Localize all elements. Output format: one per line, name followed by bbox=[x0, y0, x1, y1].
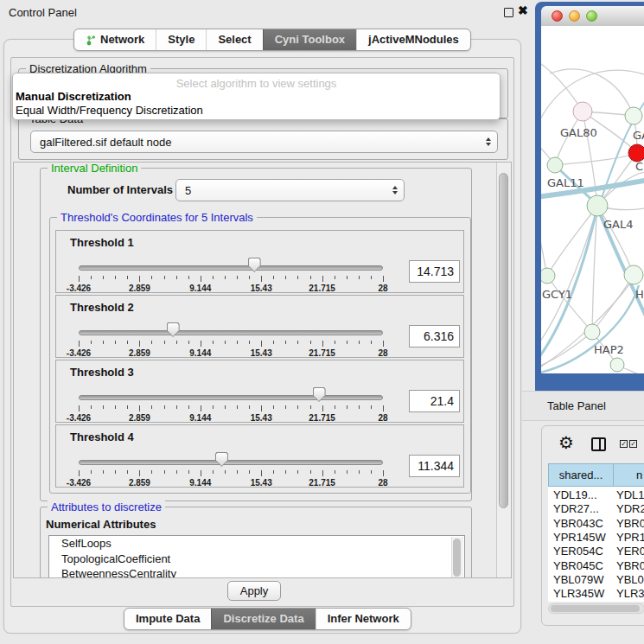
slider-track[interactable] bbox=[79, 460, 383, 465]
threshold-value-field[interactable]: 6.316 bbox=[409, 325, 460, 348]
table-row[interactable]: YIL052CYIL0 bbox=[548, 601, 644, 602]
major-tick bbox=[383, 470, 384, 476]
threshold-value-field[interactable]: 14.713 bbox=[409, 260, 460, 283]
attributes-list[interactable]: SelfLoopsTopologicalCoefficientBetweenne… bbox=[48, 535, 465, 578]
attribute-item[interactable]: BetweennessCentrality bbox=[49, 566, 464, 578]
tick-label: 21.715 bbox=[301, 478, 344, 488]
minor-tick bbox=[297, 341, 298, 344]
threshold-value-field[interactable]: 21.4 bbox=[409, 390, 460, 412]
h-node[interactable] bbox=[624, 265, 643, 284]
column-header-name[interactable]: n bbox=[613, 463, 644, 487]
network-icon bbox=[86, 35, 96, 46]
settings-vertical-scrollbar[interactable] bbox=[496, 163, 511, 577]
slider-track[interactable] bbox=[79, 265, 383, 271]
close-traffic-light[interactable] bbox=[552, 10, 563, 22]
table-data-combobox[interactable]: galFiltered.sif default node bbox=[30, 131, 498, 153]
number-of-intervals-combobox[interactable]: 5 bbox=[175, 179, 405, 201]
minor-tick bbox=[103, 341, 104, 344]
red-node[interactable] bbox=[628, 144, 644, 162]
close-icon[interactable]: ✖ bbox=[518, 3, 528, 17]
table-row[interactable]: YDL19...YDL1 bbox=[548, 488, 644, 502]
algorithm-option[interactable]: Equal Width/Frequency Discretization bbox=[16, 104, 203, 117]
threshold-value-field[interactable]: 11.344 bbox=[409, 455, 460, 477]
minor-tick bbox=[371, 341, 372, 344]
table-cell: YLR345W bbox=[553, 587, 604, 600]
minor-tick bbox=[225, 405, 226, 409]
table-data-value: galFiltered.sif default node bbox=[40, 136, 171, 149]
minor-tick bbox=[335, 276, 335, 279]
table-row[interactable]: YBR045CYBR0 bbox=[548, 559, 644, 573]
minor-tick bbox=[335, 341, 335, 344]
gcy1-node[interactable] bbox=[541, 268, 555, 284]
tab-impute-data[interactable]: Impute Data bbox=[124, 609, 211, 629]
tab-style[interactable]: Style bbox=[156, 29, 206, 50]
float-window-icon[interactable] bbox=[504, 8, 513, 17]
slider-thumb[interactable] bbox=[313, 387, 326, 402]
node-attribute-table[interactable]: shared...nYDL19...YDL1YDR27...YDR2YBR043… bbox=[548, 463, 644, 602]
settings-scroll-region: Interval Definition Number of Intervals … bbox=[13, 162, 512, 578]
table-cell: YIL0 bbox=[616, 601, 640, 602]
table-cell: YBR0 bbox=[616, 517, 644, 530]
table-row[interactable]: YBR043CYBR0 bbox=[548, 517, 644, 531]
minor-tick bbox=[176, 341, 177, 344]
minimize-traffic-light[interactable] bbox=[569, 10, 580, 22]
gal11-node[interactable] bbox=[547, 157, 563, 173]
interval-definition-group: Interval Definition Number of Intervals … bbox=[40, 168, 472, 501]
minor-tick bbox=[249, 341, 250, 344]
tab-label: Network bbox=[100, 29, 144, 50]
bottom-node[interactable] bbox=[610, 358, 624, 372]
slider-track[interactable] bbox=[79, 395, 383, 400]
slider-track[interactable] bbox=[79, 330, 383, 335]
network-edge[interactable] bbox=[592, 275, 634, 332]
tab-cyni-toolbox[interactable]: Cyni Toolbox bbox=[263, 29, 356, 50]
column-layout-icon[interactable] bbox=[591, 437, 606, 451]
column-header-shared-name[interactable]: shared... bbox=[548, 463, 614, 487]
table-row[interactable]: YER054CYER0 bbox=[548, 545, 644, 558]
major-tick bbox=[383, 405, 384, 411]
tab-discretize-data[interactable]: Discretize Data bbox=[211, 609, 315, 629]
slider-thumb[interactable] bbox=[215, 452, 228, 467]
attribute-item[interactable]: TopologicalCoefficient bbox=[49, 552, 464, 567]
node-label: H bbox=[635, 288, 644, 301]
combo-arrows-icon bbox=[486, 137, 491, 146]
tick-label: 9.144 bbox=[179, 284, 222, 293]
attributes-list-scrollbar[interactable] bbox=[451, 537, 463, 578]
checkbox-icon[interactable]: ✓ bbox=[620, 440, 628, 448]
gal4-node[interactable] bbox=[587, 195, 608, 216]
table-row[interactable]: YLR345WYLR3 bbox=[548, 587, 644, 601]
algorithm-option[interactable]: Manual Discretization bbox=[16, 90, 131, 103]
network-edge[interactable] bbox=[555, 153, 637, 165]
network-window-titlebar[interactable] bbox=[541, 6, 644, 27]
attributes-group: Attributes to discretize Numerical Attri… bbox=[40, 507, 472, 578]
tab-network[interactable]: Network bbox=[74, 29, 156, 50]
table-horizontal-scrollbar[interactable] bbox=[548, 603, 644, 614]
table-row[interactable]: YPR145WYPR1 bbox=[548, 531, 644, 545]
tab-infer-network[interactable]: Infer Network bbox=[316, 609, 411, 629]
tick-label: 2.859 bbox=[118, 413, 161, 423]
tab-jactivemnodules[interactable]: jActiveMNodules bbox=[356, 29, 470, 50]
hap2-node[interactable] bbox=[584, 324, 600, 340]
tab-select[interactable]: Select bbox=[206, 29, 262, 50]
tick-label: 9.144 bbox=[179, 348, 222, 358]
pink-node[interactable] bbox=[573, 102, 592, 121]
gear-icon[interactable]: ⚙ bbox=[558, 432, 574, 453]
major-tick bbox=[79, 276, 80, 282]
network-canvas[interactable]: GAL80GACGAL11GAL4GCY1HHAP2 bbox=[541, 26, 644, 373]
major-tick bbox=[79, 470, 80, 476]
minor-tick bbox=[371, 470, 372, 474]
table-data-group: Table Data galFiltered.sif default node bbox=[18, 118, 508, 160]
green-node-top[interactable] bbox=[625, 107, 642, 124]
table-row[interactable]: YDR27...YDR2 bbox=[548, 502, 644, 516]
minor-tick bbox=[371, 276, 372, 279]
zoom-traffic-light[interactable] bbox=[586, 10, 597, 22]
major-tick bbox=[79, 405, 80, 411]
scrollbar-thumb[interactable] bbox=[499, 173, 508, 508]
minor-tick bbox=[164, 276, 165, 279]
control-panel-tabs: NetworkStyleSelectCyni ToolboxjActiveMNo… bbox=[73, 29, 471, 51]
checkbox-icon[interactable]: ✓ bbox=[629, 440, 637, 448]
slider-thumb[interactable] bbox=[167, 322, 180, 337]
slider-thumb[interactable] bbox=[248, 258, 261, 272]
table-row[interactable]: YBL079WYBL0 bbox=[548, 573, 644, 587]
attribute-item[interactable]: SelfLoops bbox=[49, 536, 464, 552]
apply-button[interactable]: Apply bbox=[227, 581, 281, 601]
